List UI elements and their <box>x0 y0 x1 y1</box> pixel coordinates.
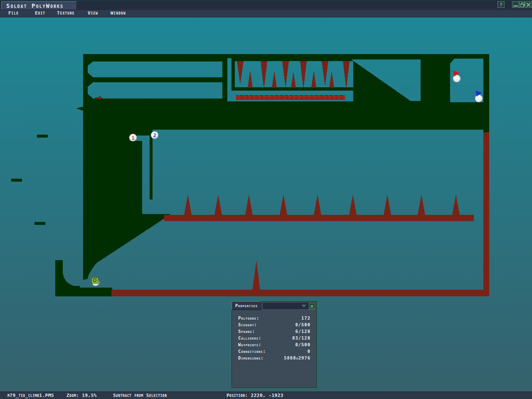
question-icon: ? <box>500 2 502 7</box>
properties-tab[interactable]: Properties <box>232 301 261 310</box>
properties-panel[interactable]: Properties Polygons: 172 Scenery: 0/500 … <box>231 301 317 388</box>
stat-value: 172 <box>301 315 310 322</box>
stat-value: 0/500 <box>295 342 310 349</box>
help-button[interactable]: ? <box>498 1 505 8</box>
bumpy-polygon-strip[interactable] <box>236 95 345 100</box>
menu-file[interactable]: File <box>8 10 19 16</box>
stat-value: 0 <box>308 349 310 355</box>
restore-icon <box>520 2 525 7</box>
minimize-button[interactable] <box>512 1 519 8</box>
stat-label: Waypoints: <box>238 342 261 349</box>
stat-label: Colliders: <box>238 335 261 342</box>
properties-close-button[interactable] <box>309 303 315 309</box>
status-selection-mode: Subtract from Selection <box>113 393 167 398</box>
stat-row-dimensions: Dimensions: 5888x2976 <box>238 355 310 362</box>
stat-row-scenery: Scenery: 0/500 <box>238 322 310 329</box>
menu-edit[interactable]: Edit <box>35 10 45 16</box>
stat-row-colliders: Colliders: 83/128 <box>238 335 310 342</box>
close-icon <box>526 2 531 7</box>
stat-row-connections: Connections: 0 <box>238 349 310 355</box>
corridor-floor-ledge[interactable] <box>232 87 353 91</box>
status-file-name: m79_tio_climb1.PMS <box>7 393 54 398</box>
stat-row-polygons: Polygons: 172 <box>238 315 310 322</box>
stat-label: Connections: <box>238 349 266 355</box>
spawn-marker-2[interactable]: 2 <box>151 131 158 139</box>
spawn-marker-1[interactable]: 1 <box>129 134 137 141</box>
menu-window[interactable]: Window <box>111 10 126 16</box>
close-button[interactable] <box>525 1 532 8</box>
stat-row-waypoints: Waypoints: 0/500 <box>238 342 310 349</box>
collapse-chevron-icon[interactable] <box>301 305 306 308</box>
grenade-kit-marker[interactable] <box>91 277 99 286</box>
status-bar: m79_tio_climb1.PMS Zoom: 19,5% Subtract … <box>0 392 532 399</box>
menu-bar: File Edit Texture View Window <box>0 10 532 17</box>
stat-label: Scenery: <box>238 322 257 329</box>
stat-label: Polygons: <box>238 315 259 322</box>
status-zoom-level: Zoom: 19,5% <box>66 393 97 398</box>
menu-view[interactable]: View <box>88 10 98 16</box>
stat-value: 0/500 <box>295 322 310 329</box>
stat-value: 6/128 <box>295 329 310 335</box>
stat-value: 5888x2976 <box>284 355 310 362</box>
stat-value: 83/128 <box>292 335 310 342</box>
properties-panel-header[interactable]: Properties <box>232 301 317 310</box>
properties-header-strip <box>262 302 316 310</box>
stat-label: Dimensions: <box>238 355 264 362</box>
title-bar[interactable]: Soldat PolyWorks ? <box>0 0 532 10</box>
stat-row-spawns: Spawns: 6/128 <box>238 329 310 335</box>
app-title-panel: Soldat PolyWorks <box>1 1 77 10</box>
spawn-marker-2-label: 2 <box>153 133 156 138</box>
properties-body: Polygons: 172 Scenery: 0/500 Spawns: 6/1… <box>232 310 317 362</box>
status-cursor-position: Position: 2220, -1923 <box>227 393 283 398</box>
minimize-icon <box>513 2 518 7</box>
properties-title: Properties <box>235 303 258 308</box>
stat-label: Spawns: <box>238 329 255 335</box>
spawn-marker-1-label: 1 <box>131 135 134 141</box>
menu-texture[interactable]: Texture <box>57 10 75 16</box>
app-title: Soldat PolyWorks <box>6 2 64 9</box>
